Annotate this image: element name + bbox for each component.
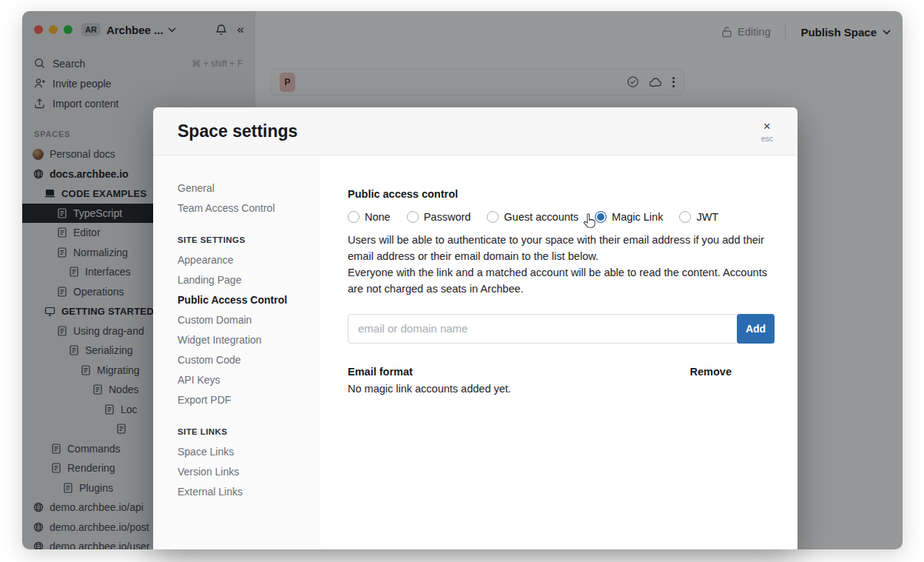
settings-nav-item[interactable]: Widget Integration: [178, 334, 320, 347]
settings-nav-item[interactable]: Landing Page: [178, 274, 320, 287]
access-radio-option[interactable]: None: [348, 211, 391, 223]
settings-nav-item[interactable]: Version Links: [178, 466, 320, 478]
radio-label: Magic Link: [612, 211, 663, 223]
modal-header: Space settings × esc: [153, 107, 797, 155]
mouse-cursor-hand: [582, 213, 598, 233]
settings-nav-item[interactable]: Appearance: [178, 254, 320, 267]
settings-nav-item[interactable]: Space Links: [178, 446, 320, 458]
settings-nav-item[interactable]: External Links: [178, 486, 320, 498]
radio-label: JWT: [696, 211, 718, 223]
email-list-header: Email format Remove: [348, 366, 775, 378]
description-paragraph: Everyone with the link and a matched acc…: [348, 265, 775, 298]
panel-heading: Public access control: [348, 188, 775, 200]
close-icon: ×: [761, 119, 773, 134]
access-radio-option[interactable]: Magic Link: [595, 211, 663, 223]
access-radio-option[interactable]: JWT: [679, 211, 718, 223]
email-input[interactable]: [348, 314, 775, 344]
radio-icon[interactable]: [487, 211, 499, 223]
esc-hint: esc: [761, 134, 773, 143]
settings-nav-item[interactable]: SITE SETTINGS: [178, 234, 320, 247]
settings-nav-item[interactable]: Team Access Control: [178, 202, 320, 215]
radio-icon[interactable]: [407, 211, 419, 223]
settings-nav-item[interactable]: Custom Code: [178, 354, 320, 367]
settings-nav-item[interactable]: Custom Domain: [178, 314, 320, 327]
settings-nav-item[interactable]: SITE LINKS: [178, 426, 320, 438]
access-radio-option[interactable]: Guest accounts: [487, 211, 579, 223]
public-access-panel: Public access control None Password Gues…: [320, 155, 797, 549]
radio-label: Guest accounts: [504, 211, 579, 223]
add-button[interactable]: Add: [737, 314, 775, 344]
modal-title: Space settings: [178, 121, 297, 141]
empty-state-text: No magic link accounts added yet.: [348, 383, 775, 395]
access-radio-group: None Password Guest accounts Magic Link …: [348, 211, 775, 223]
space-settings-modal: Space settings × esc GeneralTeam Access …: [153, 107, 797, 549]
radio-label: None: [365, 211, 391, 223]
settings-nav: GeneralTeam Access ControlSITE SETTINGSA…: [153, 155, 320, 549]
radio-label: Password: [424, 211, 471, 223]
settings-nav-item[interactable]: General: [178, 182, 320, 195]
email-format-column-label: Email format: [348, 366, 413, 378]
description-text: Users will be able to authenticate to yo…: [348, 233, 775, 298]
access-radio-option[interactable]: Password: [407, 211, 471, 223]
settings-nav-item[interactable]: Export PDF: [178, 394, 320, 407]
description-paragraph: Users will be able to authenticate to yo…: [348, 233, 775, 265]
settings-nav-item[interactable]: Public Access Control: [178, 294, 320, 307]
email-entry-row: Add: [348, 314, 775, 344]
settings-nav-item[interactable]: API Keys: [178, 374, 320, 387]
close-modal-button[interactable]: × esc: [761, 119, 773, 143]
remove-column-label: Remove: [690, 366, 732, 378]
radio-icon[interactable]: [679, 211, 691, 223]
radio-icon[interactable]: [348, 211, 360, 223]
